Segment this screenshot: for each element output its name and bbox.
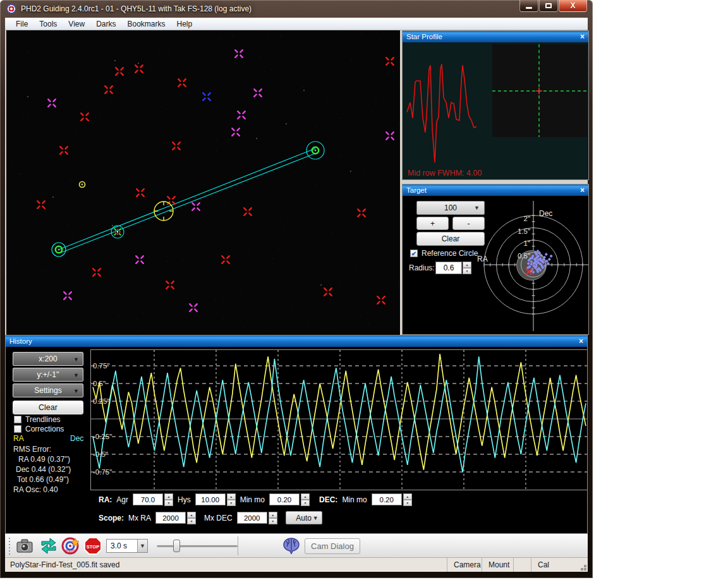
cam-dialog-button[interactable]: Cam Dialog bbox=[305, 538, 360, 554]
radius-input[interactable] bbox=[435, 262, 462, 274]
star-marker[interactable] bbox=[324, 288, 332, 296]
trendlines-checkbox-row[interactable]: Trendlines bbox=[14, 415, 61, 424]
star-marker[interactable] bbox=[136, 256, 143, 263]
radius-spinner[interactable]: ▲▼ bbox=[463, 262, 471, 274]
chevron-down-icon: ▼ bbox=[73, 356, 79, 363]
aggression-input[interactable] bbox=[133, 493, 163, 505]
star-marker[interactable] bbox=[93, 269, 100, 276]
resize-grip-icon[interactable] bbox=[584, 568, 586, 571]
brain-icon[interactable] bbox=[282, 536, 301, 555]
star-marker[interactable] bbox=[203, 93, 210, 100]
exposure-dropdown[interactable]: 3.0 s ▼ bbox=[106, 539, 148, 553]
star-profile-close-icon[interactable]: × bbox=[580, 33, 585, 40]
menu-item-tools[interactable]: Tools bbox=[33, 20, 63, 28]
star-marker[interactable] bbox=[64, 292, 71, 299]
titlebar[interactable]: PHD2 Guiding 2.4.0rc1 - 01 - QHY5L-11 wi… bbox=[0, 0, 593, 18]
star-marker[interactable] bbox=[235, 50, 243, 57]
slider-track[interactable] bbox=[157, 545, 238, 547]
mxra-input[interactable] bbox=[155, 512, 186, 524]
target-title: Target bbox=[406, 186, 427, 194]
star-marker[interactable] bbox=[254, 89, 262, 97]
star-marker[interactable] bbox=[136, 189, 144, 196]
svg-text:PHD: PHD bbox=[64, 549, 76, 555]
corrections-checkbox[interactable] bbox=[14, 425, 21, 433]
guide-icon[interactable]: PHD bbox=[61, 536, 80, 555]
history-close-icon[interactable]: × bbox=[579, 337, 583, 345]
menu-item-view[interactable]: View bbox=[63, 20, 90, 28]
target-zoom-dropdown[interactable]: 100 ▼ bbox=[416, 201, 485, 215]
ra-minmo-input[interactable] bbox=[269, 493, 300, 505]
history-xscale-dropdown[interactable]: x:200▼ bbox=[13, 352, 83, 366]
menu-item-bookmarks[interactable]: Bookmarks bbox=[122, 20, 171, 28]
star-marker[interactable] bbox=[244, 208, 252, 215]
star-marker[interactable] bbox=[238, 111, 245, 119]
spin-down-icon[interactable]: ▼ bbox=[463, 268, 471, 274]
mxdec-spinner[interactable]: ▲▼ bbox=[269, 512, 277, 524]
dec-minmo-input[interactable] bbox=[372, 493, 402, 505]
menu-item-help[interactable]: Help bbox=[171, 20, 198, 28]
guide-star-marker[interactable] bbox=[52, 243, 66, 257]
close-icon: X bbox=[559, 1, 586, 10]
target-clear-button[interactable]: Clear bbox=[416, 232, 485, 246]
star-marker[interactable] bbox=[48, 99, 56, 107]
corrections-checkbox-row[interactable]: Corrections bbox=[14, 425, 64, 433]
loop-exposures-icon[interactable] bbox=[39, 536, 58, 555]
star-marker[interactable] bbox=[116, 68, 123, 75]
dec-mode-dropdown[interactable]: Auto ▼ bbox=[286, 511, 322, 524]
star-marker[interactable] bbox=[386, 132, 394, 140]
star-marker[interactable] bbox=[192, 203, 200, 210]
stop-icon[interactable]: STOP bbox=[83, 536, 102, 555]
hysteresis-spinner[interactable]: ▲▼ bbox=[227, 493, 236, 505]
camera-icon[interactable] bbox=[15, 536, 34, 555]
star-marker[interactable] bbox=[190, 304, 197, 311]
target-zoom-in-button[interactable]: + bbox=[416, 217, 449, 230]
star-marker[interactable] bbox=[386, 57, 394, 65]
menu-item-darks[interactable]: Darks bbox=[90, 20, 121, 28]
corrections-label: Corrections bbox=[25, 425, 64, 433]
trendlines-label: Trendlines bbox=[25, 415, 61, 424]
star-marker[interactable] bbox=[178, 79, 186, 87]
star-marker[interactable] bbox=[222, 256, 229, 263]
gamma-slider[interactable] bbox=[157, 540, 238, 552]
star-profile-titlebar[interactable]: Star Profile × bbox=[403, 31, 588, 42]
toolbar-grip[interactable] bbox=[9, 538, 10, 555]
star-marker[interactable] bbox=[377, 296, 385, 304]
trendlines-checkbox[interactable] bbox=[14, 416, 21, 423]
star-marker[interactable] bbox=[37, 201, 45, 208]
star-marker[interactable] bbox=[60, 147, 68, 154]
target-titlebar[interactable]: Target × bbox=[403, 184, 588, 196]
guide-star-marker[interactable] bbox=[306, 142, 324, 159]
mxra-spinner[interactable]: ▲▼ bbox=[187, 512, 196, 524]
star-field-canvas[interactable] bbox=[6, 30, 400, 335]
target-panel: Target × 2"1.5"1"0.5"DecRA 100 ▼ + - Cle… bbox=[402, 184, 589, 335]
dec-minmo-spinner[interactable]: ▲▼ bbox=[403, 493, 412, 505]
target-zoom-out-button[interactable]: - bbox=[452, 217, 485, 230]
maximize-button[interactable] bbox=[539, 0, 558, 12]
chevron-down-icon[interactable]: ▼ bbox=[137, 540, 147, 552]
spin-up-icon[interactable]: ▲ bbox=[463, 262, 471, 268]
star-marker[interactable] bbox=[81, 113, 88, 121]
mxdec-input[interactable] bbox=[237, 512, 267, 524]
reference-circle-checkbox[interactable]: ✔ bbox=[410, 250, 418, 257]
minimize-button[interactable] bbox=[519, 0, 538, 12]
history-yscale-dropdown[interactable]: y:+/-1''▼ bbox=[13, 368, 83, 382]
close-button[interactable]: X bbox=[559, 0, 587, 12]
star-marker[interactable] bbox=[232, 128, 240, 136]
ra-minmo-spinner[interactable]: ▲▼ bbox=[301, 493, 310, 505]
star-marker[interactable] bbox=[105, 86, 112, 94]
history-settings-dropdown[interactable]: Settings▼ bbox=[13, 384, 83, 397]
history-titlebar[interactable]: History × bbox=[6, 335, 587, 347]
slider-thumb[interactable] bbox=[173, 540, 180, 552]
hysteresis-input[interactable] bbox=[195, 493, 226, 505]
reference-circle-checkbox-row[interactable]: ✔ Reference Circle bbox=[410, 249, 478, 258]
target-close-icon[interactable]: × bbox=[580, 186, 585, 194]
star-marker[interactable] bbox=[166, 281, 174, 289]
history-clear-button[interactable]: Clear bbox=[13, 401, 83, 414]
chevron-down-icon: ▼ bbox=[73, 388, 79, 394]
menu-item-file[interactable]: File bbox=[10, 20, 33, 28]
small-star-ring[interactable] bbox=[80, 182, 85, 188]
aggression-spinner[interactable]: ▲▼ bbox=[164, 493, 173, 505]
star-marker[interactable] bbox=[358, 209, 365, 217]
star-field-view[interactable] bbox=[6, 30, 400, 335]
scope-params-row: Scope: Mx RA ▲▼ Mx DEC ▲▼ Auto ▼ bbox=[99, 511, 322, 524]
